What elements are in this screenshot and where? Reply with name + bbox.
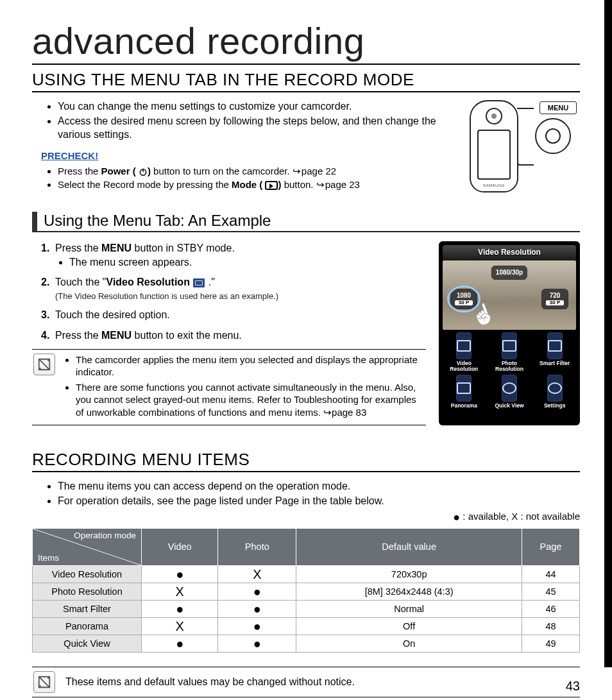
item-name-cell: Quick View	[33, 635, 142, 652]
menu-tile-settings	[547, 375, 563, 402]
resolution-option: 72030 P	[541, 289, 568, 309]
step-note: (The Video Resolution function is used h…	[55, 291, 426, 302]
page-cell: 45	[522, 583, 580, 600]
video-cell: X	[142, 617, 218, 635]
menu-items-table: Operation mode Items Video Photo Default…	[32, 528, 580, 653]
menu-tile-video-resolution	[456, 332, 472, 359]
page-edge-marker	[604, 0, 612, 667]
default-cell: [8M] 3264x2448 (4:3)	[296, 583, 522, 600]
menu-button-callout: MENU	[540, 101, 577, 114]
table-row: Quick View●●On49	[33, 635, 580, 652]
note-bullet: There are some functions you cannot acti…	[76, 381, 426, 419]
photo-cell: ●	[218, 600, 296, 617]
table-header: Page	[522, 528, 580, 565]
page-ref: page 22	[293, 166, 336, 176]
section-heading-menu-tab: USING THE MENU TAB IN THE RECORD MODE	[32, 70, 580, 92]
steps-list: Press the MENU button in STBY mode. The …	[41, 241, 426, 343]
step-item: Touch the "Video Resolution ." (The Vide…	[41, 275, 426, 302]
precheck-list: Press the Power ( ) button to turn on th…	[58, 165, 452, 191]
screen-icon	[477, 130, 511, 180]
footer-note-box: These items and default values may be ch…	[32, 667, 580, 697]
video-cell: ●	[142, 635, 218, 652]
table-header: Video	[142, 528, 218, 565]
resolution-option: 1080/30p	[491, 266, 527, 280]
video-cell: ●	[142, 565, 218, 583]
page-cell: 46	[522, 600, 580, 617]
play-mode-icon	[265, 181, 278, 190]
page-cell: 44	[522, 565, 580, 583]
table-row: PanoramaX●Off48	[33, 617, 580, 635]
intro-bullet-list: You can change the menu settings to cust…	[58, 100, 452, 141]
video-resolution-icon	[192, 278, 205, 288]
precheck-label: PRECHECK!	[41, 150, 452, 161]
table-row: Photo ResolutionX●[8M] 3264x2448 (4:3)45	[33, 583, 580, 600]
video-cell: ●	[142, 600, 218, 617]
menu-tile-quick-view	[502, 375, 517, 402]
default-cell: Normal	[296, 600, 522, 617]
step-sub-bullet: The menu screen appears.	[69, 255, 426, 269]
note-bullet: The camcorder applies the menu item you …	[76, 354, 426, 379]
item-name-cell: Smart Filter	[33, 600, 142, 617]
subsection-heading-example: Using the Menu Tab: An Example	[32, 212, 580, 232]
screen-title: Video Resolution	[443, 245, 576, 260]
camcorder-illustration: SAMSUNG MENU	[464, 100, 580, 196]
step-item: Press the MENU button in STBY mode. The …	[41, 241, 426, 269]
precheck-item: Press the Power ( ) button to turn on th…	[58, 165, 452, 178]
intro-bullet: Access the desired menu screen by follow…	[58, 115, 452, 142]
step-item: Touch the desired option.	[41, 308, 426, 322]
step-item: Press the MENU button to exit the menu.	[41, 329, 426, 343]
section2-bullet-list: The menu items you can access depend on …	[58, 480, 580, 508]
precheck-item: Select the Record mode by pressing the M…	[58, 178, 452, 191]
default-cell: 720x30p	[296, 565, 522, 583]
lens-icon	[486, 108, 502, 124]
note-icon	[33, 671, 55, 693]
page-cell: 48	[522, 617, 580, 635]
section2-bullet: The menu items you can access depend on …	[58, 480, 580, 493]
screen-preview: 1080/30p 108030 P 72030 P ☝	[443, 260, 576, 330]
item-name-cell: Video Resolution	[33, 565, 142, 583]
table-header: Photo	[218, 528, 296, 565]
menu-tile-panorama	[456, 375, 472, 402]
item-name-cell: Panorama	[33, 617, 142, 635]
nav-wheel-icon	[535, 118, 571, 154]
page-cell: 49	[522, 635, 580, 652]
table-row: Video Resolution●X720x30p44	[33, 565, 580, 583]
intro-bullet: You can change the menu settings to cust…	[58, 100, 452, 114]
footer-note-text: These items and default values may be ch…	[65, 676, 355, 688]
section2-bullet: For operation details, see the page list…	[58, 495, 580, 508]
note-box: The camcorder applies the menu item you …	[32, 349, 426, 426]
photo-cell: ●	[218, 583, 296, 600]
photo-cell: ●	[218, 635, 296, 652]
page-ref: page 23	[316, 179, 360, 190]
page-number: 43	[566, 679, 580, 697]
table-header: Default value	[296, 528, 522, 565]
power-icon	[139, 166, 148, 176]
table-corner-header: Operation mode Items	[33, 528, 142, 565]
note-icon	[33, 354, 55, 375]
table-row: Smart Filter●●Normal46	[33, 600, 580, 617]
menu-tile-smart-filter	[547, 332, 563, 359]
photo-cell: ●	[218, 617, 296, 635]
video-cell: X	[142, 583, 218, 600]
table-legend: ● : available, X : not available	[32, 511, 580, 524]
photo-cell: X	[218, 565, 296, 583]
chapter-title: advanced recording	[32, 19, 580, 65]
default-cell: On	[296, 635, 522, 652]
section-heading-menu-items: RECORDING MENU ITEMS	[32, 450, 580, 472]
default-cell: Off	[296, 617, 522, 635]
item-name-cell: Photo Resolution	[33, 583, 142, 600]
menu-tile-photo-resolution	[502, 332, 517, 359]
screen-mockup: Video Resolution 1080/30p 108030 P 72030…	[439, 241, 580, 425]
